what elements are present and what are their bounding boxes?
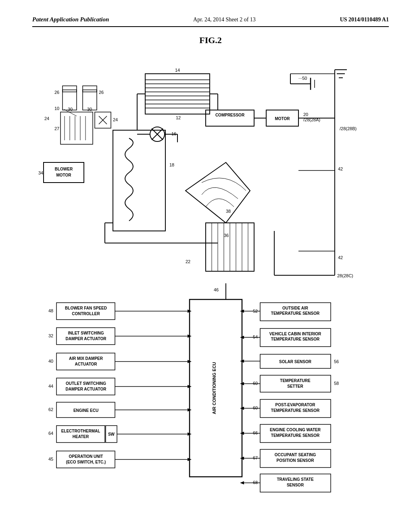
svg-text:OUTSIDE AIR: OUTSIDE AIR [282, 306, 309, 310]
svg-text:68: 68 [253, 480, 258, 485]
svg-text:SETTER: SETTER [287, 384, 303, 389]
svg-text:28(28C): 28(28C) [337, 273, 353, 278]
svg-rect-57 [83, 86, 97, 92]
svg-text:SW: SW [108, 432, 115, 436]
svg-text:22: 22 [186, 259, 190, 264]
svg-text:SOLAR SENSOR: SOLAR SENSOR [279, 360, 312, 364]
svg-text:ELECTROTHERMAL: ELECTROTHERMAL [61, 429, 100, 433]
svg-text:42: 42 [338, 166, 343, 171]
svg-rect-107 [56, 353, 115, 370]
svg-text:DAMPER ACTUATOR: DAMPER ACTUATOR [66, 337, 107, 341]
svg-text:AIR CONDITIONING ECU: AIR CONDITIONING ECU [212, 362, 217, 414]
svg-text:DAMPER ACTUATOR: DAMPER ACTUATOR [66, 387, 107, 391]
svg-text:66: 66 [253, 430, 258, 435]
svg-text:CONTROLLER: CONTROLLER [72, 312, 100, 316]
svg-rect-45 [60, 112, 93, 144]
svg-rect-101 [56, 328, 115, 345]
svg-text:TEMPERATURE SENSOR: TEMPERATURE SENSOR [271, 408, 320, 413]
svg-text:64: 64 [48, 431, 53, 436]
svg-rect-54 [63, 86, 77, 92]
patent-diagram: text { font-family: 'Arial', sans-serif;… [32, 50, 395, 513]
header-center: Apr. 24, 2014 Sheet 2 of 13 [193, 17, 256, 23]
svg-text:14: 14 [175, 68, 180, 73]
header-left: Patent Application Publication [32, 16, 109, 23]
svg-text:/28(28B): /28(28B) [340, 126, 357, 131]
svg-text:44: 44 [48, 384, 53, 389]
svg-text:45: 45 [48, 457, 53, 461]
svg-rect-65 [44, 162, 84, 183]
svg-text:COMPRESSOR: COMPRESSOR [215, 113, 245, 117]
svg-rect-124 [56, 426, 105, 443]
svg-text:34: 34 [38, 170, 43, 175]
svg-text:32: 32 [48, 333, 53, 338]
svg-rect-132 [56, 451, 115, 468]
svg-text:27: 27 [54, 126, 59, 131]
svg-text:30: 30 [87, 107, 92, 112]
svg-text:48: 48 [48, 308, 53, 313]
svg-text:OCCUPANT SEATING: OCCUPANT SEATING [275, 453, 316, 457]
svg-text:38: 38 [226, 209, 231, 214]
svg-text:MOTOR: MOTOR [275, 116, 290, 121]
page-container: Patent Application Publication Apr. 24, … [0, 0, 413, 532]
svg-text:ACTUATOR: ACTUATOR [75, 362, 97, 366]
svg-text:ENGINE COOLING WATER: ENGINE COOLING WATER [270, 428, 321, 432]
svg-text:(ECO SWITCH, ETC.): (ECO SWITCH, ETC.) [66, 460, 106, 464]
svg-text:56: 56 [334, 359, 339, 364]
svg-text:42: 42 [338, 255, 343, 260]
header-right: US 2014/0110489 A1 [340, 17, 389, 23]
svg-text:BLOWER: BLOWER [55, 167, 73, 171]
svg-rect-20 [206, 110, 254, 126]
svg-rect-155 [260, 375, 331, 392]
diagram-area: text { font-family: 'Arial', sans-serif;… [32, 50, 389, 513]
svg-text:40: 40 [48, 359, 53, 364]
svg-text:62: 62 [48, 407, 53, 412]
svg-marker-185 [240, 481, 244, 484]
svg-text:26: 26 [99, 90, 104, 95]
svg-text:OPERATION UNIT: OPERATION UNIT [69, 454, 103, 459]
page-header: Patent Application Publication Apr. 24, … [32, 16, 389, 27]
svg-text:HEATER: HEATER [73, 434, 89, 439]
svg-rect-43 [113, 130, 165, 231]
svg-rect-95 [56, 303, 115, 320]
svg-text:58: 58 [334, 381, 339, 386]
svg-text:60: 60 [253, 405, 258, 410]
svg-text:INLET SWITCHING: INLET SWITCHING [68, 331, 104, 335]
svg-text:POSITION SENSOR: POSITION SENSOR [277, 458, 315, 463]
svg-text:SENSOR: SENSOR [287, 483, 304, 487]
svg-rect-113 [56, 378, 115, 395]
svg-text:36: 36 [224, 233, 229, 238]
svg-text:30: 30 [68, 107, 73, 112]
svg-text:OUTLET SWITCHING: OUTLET SWITCHING [66, 381, 106, 386]
figure-title: FIG.2 [32, 35, 389, 46]
svg-text:···50: ···50 [298, 76, 307, 81]
svg-text:TEMPERATURE SENSOR: TEMPERATURE SENSOR [271, 433, 320, 438]
svg-text:10: 10 [54, 106, 59, 111]
svg-text:TEMPERATURE: TEMPERATURE [280, 378, 311, 383]
svg-text:TEMPERATURE  SENSOR: TEMPERATURE SENSOR [271, 311, 320, 316]
svg-text:12: 12 [176, 115, 181, 120]
svg-text:20: 20 [303, 112, 308, 117]
svg-text:24: 24 [113, 117, 118, 122]
svg-text:ENGINE ECU: ENGINE ECU [73, 408, 98, 413]
svg-text:18: 18 [169, 162, 174, 167]
svg-text:60: 60 [253, 381, 258, 386]
svg-text:AIR MIX DAMPER: AIR MIX DAMPER [69, 356, 103, 361]
svg-text:TEMPERATURE SENSOR: TEMPERATURE SENSOR [271, 337, 320, 341]
svg-text:24: 24 [44, 116, 49, 121]
svg-text:54: 54 [253, 335, 258, 339]
svg-text:POST-EVAPORATOR: POST-EVAPORATOR [275, 403, 316, 407]
svg-text:26: 26 [54, 90, 59, 95]
svg-text:67: 67 [253, 455, 258, 460]
svg-text:TRAVELING  STATE: TRAVELING STATE [277, 477, 313, 482]
svg-text:VEHICLE CABIN INTERIOR: VEHICLE CABIN INTERIOR [269, 332, 321, 336]
svg-text:MOTOR: MOTOR [56, 173, 71, 177]
svg-text:46: 46 [214, 287, 219, 292]
svg-text:BLOWER FAN SPEED: BLOWER FAN SPEED [65, 306, 107, 310]
